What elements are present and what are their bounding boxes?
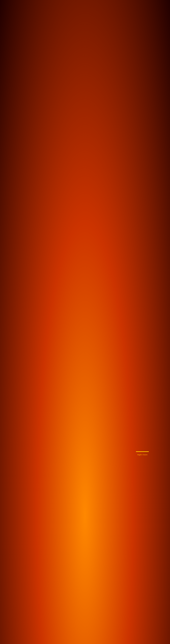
night-scene-bg bbox=[0, 0, 170, 483]
night-cam-label: Night Vision bbox=[136, 454, 149, 456]
road-line bbox=[136, 451, 149, 452]
dvr-night-image: Night Vision bbox=[119, 441, 166, 466]
dvr-section: optional DVRCar recorder input Вход для … bbox=[0, 438, 170, 483]
